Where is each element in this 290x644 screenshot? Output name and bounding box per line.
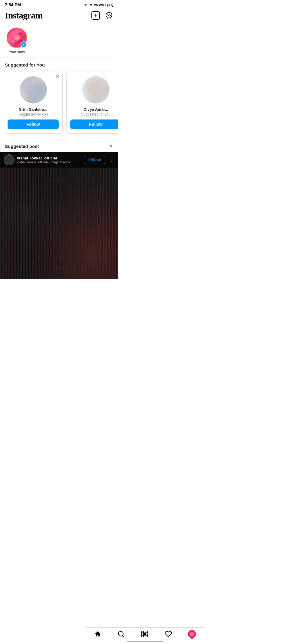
messenger-icon (105, 12, 113, 19)
post-user-avatar[interactable] (4, 154, 15, 165)
bottom-navigation (86, 627, 118, 644)
close-suggestion-1[interactable]: ✕ (55, 74, 59, 79)
nav-home[interactable] (94, 630, 101, 638)
plus-icon: + (94, 13, 97, 18)
post-header-row: vishal_lonkar_official vishal_lonkar_off… (0, 152, 118, 168)
suggested-post-container: vishal_lonkar_official vishal_lonkar_off… (0, 152, 118, 279)
close-post-button[interactable]: ✕ (109, 143, 113, 149)
suggested-title: Suggested for You (0, 62, 118, 71)
suggested-post-header: Suggested post ✕ (0, 139, 118, 152)
post-username[interactable]: vishal_lonkar_official (17, 156, 71, 160)
suggested-name-1: Srini Sankara... (19, 107, 48, 112)
app-header: Instagram + (0, 8, 118, 23)
post-follow-button[interactable]: Follow (84, 156, 105, 164)
add-story-badge[interactable]: + (21, 41, 27, 47)
signal-icon: ✏ (90, 3, 92, 7)
post-user-info: vishal_lonkar_official vishal_lonkar_off… (4, 154, 71, 165)
add-post-button[interactable]: + (91, 11, 100, 20)
nav-search[interactable] (117, 630, 118, 638)
stories-section: + Your story (0, 23, 118, 57)
follow-button-1[interactable]: Follow (8, 119, 59, 129)
post-more-options[interactable]: ⋮ (109, 156, 114, 163)
wifi-icon: Vo WiFi (94, 3, 106, 7)
your-story-item[interactable]: + Your story (5, 28, 29, 54)
status-icons: ℡ ✏ Vo WiFi [31] (84, 3, 113, 7)
suggested-subtitle-1: Suggested for you (18, 112, 48, 116)
header-actions: + (91, 11, 113, 20)
battery-icon: [31] (107, 3, 113, 7)
status-time: 7:54 PM (5, 2, 21, 7)
suggested-name-2: Divya Amar... (84, 107, 108, 112)
search-icon (117, 630, 118, 638)
your-story-label: Your story (9, 50, 25, 54)
messenger-button[interactable] (105, 11, 113, 20)
follow-button-2[interactable]: Follow (70, 119, 118, 129)
post-audio-label: vishal_lonkar_official • Original audio (17, 160, 71, 164)
suggested-for-you-section: Suggested for You ✕ Srini Sankara... Sug… (0, 57, 118, 136)
app-logo: Instagram (5, 10, 42, 21)
suggested-post-label: Suggested post (5, 144, 39, 149)
suggested-avatar-1 (20, 76, 47, 103)
story-avatar-wrapper: + (7, 28, 27, 48)
status-bar: 7:54 PM ℡ ✏ Vo WiFi [31] (0, 0, 118, 8)
suggested-card-1: ✕ Srini Sankara... Suggested for you Fol… (4, 71, 63, 134)
suggested-cards-container: ✕ Srini Sankara... Suggested for you Fol… (0, 71, 118, 134)
suggested-card-2: Divya Amar... Suggested for you Follow (66, 71, 118, 134)
suggested-subtitle-2: Suggested for you (81, 112, 110, 116)
post-image (0, 152, 118, 279)
bluetooth-icon: ℡ (84, 3, 88, 7)
suggested-avatar-2 (82, 76, 110, 103)
home-icon (94, 630, 101, 638)
